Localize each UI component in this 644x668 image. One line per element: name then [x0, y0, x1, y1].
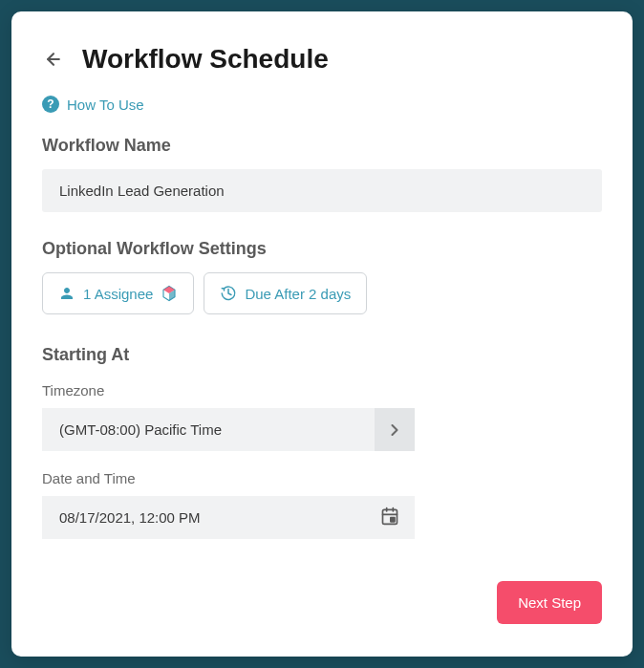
timezone-select[interactable]: (GMT-08:00) Pacific Time — [42, 408, 415, 451]
clock-icon — [220, 285, 237, 302]
timezone-label: Timezone — [42, 382, 602, 399]
person-icon — [58, 285, 75, 302]
page-title: Workflow Schedule — [82, 44, 329, 75]
optional-settings-label: Optional Workflow Settings — [42, 239, 602, 259]
due-date-chip[interactable]: Due After 2 days — [204, 272, 367, 314]
calendar-icon[interactable] — [380, 506, 399, 529]
next-step-button[interactable]: Next Step — [497, 581, 602, 624]
assignee-chip-label: 1 Assignee — [83, 286, 153, 302]
date-time-value: 08/17/2021, 12:00 PM — [42, 496, 380, 539]
how-to-use-link[interactable]: ? How To Use — [42, 96, 602, 113]
workflow-name-input[interactable] — [42, 169, 602, 212]
back-button[interactable] — [42, 48, 65, 71]
workflow-name-label: Workflow Name — [42, 136, 602, 156]
arrow-left-icon — [44, 50, 63, 69]
date-time-input-wrapper[interactable]: 08/17/2021, 12:00 PM — [42, 496, 415, 539]
settings-chips-row: 1 Assignee Due After 2 days — [42, 272, 602, 314]
due-date-chip-label: Due After 2 days — [245, 286, 351, 302]
how-to-use-label: How To Use — [67, 97, 144, 113]
timezone-value: (GMT-08:00) Pacific Time — [42, 408, 375, 451]
date-time-label: Date and Time — [42, 470, 602, 486]
brand-logo-icon — [161, 285, 178, 302]
chevron-right-icon — [385, 420, 404, 440]
starting-at-label: Starting At — [42, 345, 602, 365]
timezone-dropdown-button[interactable] — [375, 408, 415, 451]
workflow-schedule-modal: Workflow Schedule ? How To Use Workflow … — [11, 11, 633, 657]
help-icon: ? — [42, 96, 59, 113]
modal-header: Workflow Schedule — [42, 44, 602, 75]
svg-rect-5 — [391, 517, 395, 521]
modal-footer: Next Step — [42, 581, 602, 624]
assignee-chip[interactable]: 1 Assignee — [42, 272, 194, 314]
